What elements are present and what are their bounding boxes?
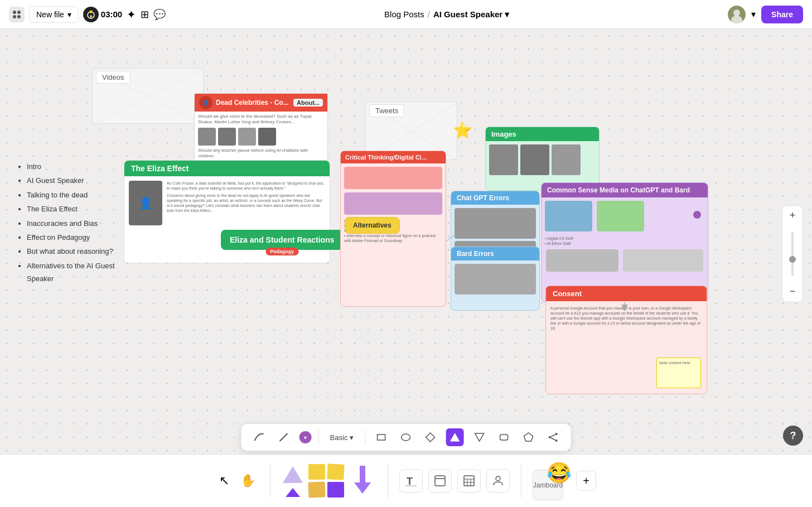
- alternatives-badge[interactable]: Alternatives: [345, 217, 400, 234]
- images-card[interactable]: Images: [485, 127, 600, 191]
- eliza-reactions-card[interactable]: Eliza and Student Reactions Pedagogy: [221, 230, 343, 250]
- consent-title: Consent: [553, 289, 582, 298]
- shape-toolbar: ▾ Basic ▾: [241, 423, 572, 451]
- outline-item-pedagogy: Effect on Pedagogy: [27, 231, 115, 244]
- svg-point-26: [555, 440, 557, 442]
- svg-point-24: [555, 433, 557, 435]
- svg-marker-30: [286, 488, 300, 497]
- images-title: Images: [491, 130, 516, 138]
- breadcrumb-current[interactable]: AI Guest Speaker ▾: [433, 9, 509, 20]
- zoom-in-button[interactable]: +: [782, 206, 803, 226]
- consent-card[interactable]: Consent A personal Google Account that y…: [545, 286, 707, 394]
- breadcrumb-separator: /: [428, 9, 430, 19]
- consent-note: Note content here: [656, 358, 701, 388]
- star-badge: ⭐: [453, 121, 472, 139]
- rounded-rect-tool[interactable]: [495, 428, 513, 446]
- arrow-preview[interactable]: [349, 463, 376, 499]
- share-button[interactable]: Share: [761, 6, 803, 23]
- basic-dropdown[interactable]: Basic ▾: [326, 431, 359, 444]
- person-button[interactable]: [486, 469, 510, 492]
- sticky-note-button[interactable]: [428, 469, 452, 492]
- triangle-preview[interactable]: [282, 463, 304, 498]
- svg-marker-29: [283, 466, 303, 483]
- new-file-chevron-icon: ▾: [67, 10, 71, 19]
- app-logo[interactable]: [9, 7, 25, 22]
- shapes-section: [270, 463, 388, 499]
- svg-line-27: [550, 434, 555, 437]
- bard-errors-area[interactable]: Bard Errors: [451, 247, 540, 311]
- hand-tool[interactable]: ✋: [237, 470, 259, 491]
- csm-title: Common Sense Media on ChatGPT and Bard: [547, 186, 690, 194]
- toolbar-separator-2: [365, 429, 365, 445]
- zoom-slider[interactable]: [782, 226, 803, 282]
- text-tool-button[interactable]: T: [399, 469, 423, 492]
- svg-point-8: [733, 9, 740, 16]
- timer-display: 03:00: [101, 9, 122, 19]
- new-file-label: New file: [36, 10, 64, 19]
- zoom-out-button[interactable]: −: [782, 282, 803, 302]
- zoom-controls: + −: [782, 205, 803, 302]
- dead-celebrities-card[interactable]: 👤 Dead Celebrities - Co... About... Shou…: [194, 93, 328, 171]
- outline-card: Intro AI Guest Speaker Talking to the de…: [17, 160, 115, 287]
- svg-rect-17: [377, 434, 385, 440]
- svg-point-0: [13, 11, 16, 14]
- line-tool[interactable]: [275, 428, 293, 446]
- basic-label: Basic: [330, 433, 348, 442]
- chatgpt-errors-header: Chat GPT Errors: [451, 191, 539, 205]
- diamond-tool[interactable]: [421, 428, 439, 446]
- triangle-tool[interactable]: [446, 428, 463, 446]
- sparkle-button[interactable]: ✦: [127, 8, 136, 21]
- table-button[interactable]: [457, 469, 481, 492]
- dead-celebrities-title: Dead Celebrities - Co...: [216, 99, 289, 107]
- zoom-track: [791, 231, 794, 276]
- critical-thinking-title: Critical Thinking/Digital Ci...: [345, 154, 427, 161]
- text-section: T: [388, 469, 521, 492]
- timer-icon: ⭐: [83, 7, 99, 22]
- outline-item-dead: Talking to the dead: [27, 189, 115, 201]
- breadcrumb-parent[interactable]: Blog Posts: [384, 9, 424, 19]
- breadcrumb-current-label: AI Guest Speaker: [433, 9, 502, 19]
- jamboard-section: Jamboard 😂 +: [521, 461, 607, 500]
- help-button[interactable]: ?: [783, 426, 803, 446]
- color-picker[interactable]: ▾: [299, 431, 312, 443]
- svg-rect-34: [435, 476, 445, 486]
- critical-thinking-body: • Digital Cit Stuff• Al Ethos Staff• Pri…: [341, 163, 446, 247]
- common-sense-media-card[interactable]: Common Sense Media on ChatGPT and Bard •…: [541, 182, 708, 302]
- toolbar-separator-1: [318, 429, 319, 445]
- dead-celebrities-content: Should we give voice to the deceased? Su…: [195, 112, 327, 162]
- eliza-reactions-title: Eliza and Student Reactions: [230, 235, 334, 244]
- topbar-center: Blog Posts / AI Guest Speaker ▾: [384, 9, 509, 20]
- dead-celebrities-header: 👤 Dead Celebrities - Co... About...: [195, 94, 327, 112]
- images-body: [486, 141, 599, 178]
- dead-celebrities-body-text: Should any teacher pause before using AI…: [198, 148, 324, 160]
- avatar[interactable]: [728, 6, 746, 23]
- svg-line-16: [280, 433, 288, 441]
- bard-errors-label: Bard Errors: [457, 250, 494, 258]
- pentagon-tool[interactable]: [519, 428, 537, 446]
- ellipse-tool[interactable]: [397, 428, 414, 446]
- rectangle-tool[interactable]: [372, 428, 390, 446]
- dead-celebrities-about: About...: [293, 99, 323, 107]
- bard-errors-header: Bard Errors: [451, 247, 539, 260]
- curve-tool[interactable]: [250, 428, 268, 446]
- svg-rect-33: [405, 485, 417, 486]
- zoom-thumb: [789, 256, 796, 263]
- csm-body: • Digital Cit Stuff• Al Ethos Staff: [542, 197, 708, 249]
- layout-button[interactable]: ⊞: [141, 8, 149, 21]
- svg-marker-21: [475, 433, 484, 441]
- new-file-button[interactable]: New file ▾: [29, 6, 79, 23]
- add-button[interactable]: +: [576, 471, 596, 491]
- jamboard-preview: Jamboard 😂: [533, 461, 572, 500]
- triangle-down-tool[interactable]: [470, 428, 488, 446]
- share-nodes-tool[interactable]: [544, 428, 562, 446]
- basic-chevron-icon: ▾: [350, 433, 354, 442]
- topbar: New file ▾ ⭐ 03:00 ✦ ⊞ 💬 Blog Posts / AI…: [0, 0, 812, 29]
- chat-button[interactable]: 💬: [153, 8, 166, 21]
- csm-body-2: [542, 249, 708, 276]
- eliza-reactions-wrapper: Eliza and Student Reactions Pedagogy: [221, 230, 343, 250]
- sticky-notes-preview[interactable]: [308, 464, 344, 498]
- alternatives-label: Alternatives: [345, 217, 400, 234]
- outline-item-reasoning: But what about reasoning?: [27, 245, 115, 258]
- outline-item-eliza: The Eliza Effect: [27, 202, 115, 215]
- select-tool[interactable]: ↖: [216, 470, 233, 491]
